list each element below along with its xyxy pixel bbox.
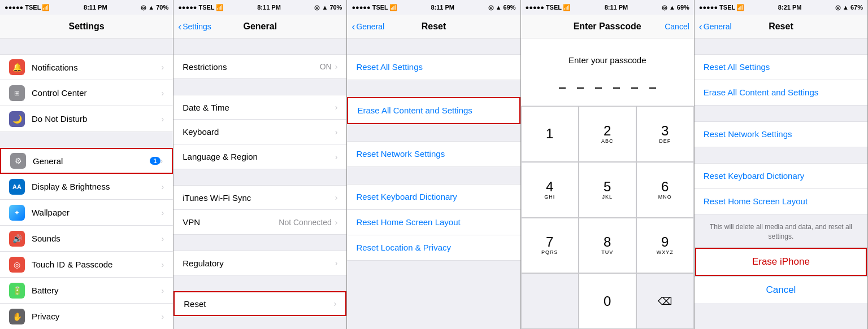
settings-item-touchid[interactable]: ◎ Touch ID & Passcode › xyxy=(0,252,173,278)
confirm-item-keyboard[interactable]: Reset Keyboard Dictionary xyxy=(695,163,867,189)
status-left-2: ●●●●● TSEL 📶 xyxy=(178,4,223,11)
erase-iphone-button[interactable]: Erase iPhone xyxy=(695,248,867,276)
general-icon: ⚙ xyxy=(10,153,26,169)
key-9[interactable]: 9 WXYZ xyxy=(636,218,694,274)
general-item-language[interactable]: Language & Region › xyxy=(173,144,346,169)
general-badge: 1 xyxy=(150,157,160,165)
panel-reset-confirm: ●●●●● TSEL 📶 8:21 PM ◎ ▲ 67% ‹ General R… xyxy=(695,0,868,329)
wifi-icon-2: 📶 xyxy=(216,4,224,11)
general-item-keyboard[interactable]: Keyboard › xyxy=(173,120,346,144)
key-0[interactable]: 0 xyxy=(579,273,636,329)
general-item-datetime[interactable]: Date & Time › xyxy=(173,95,346,120)
confirm-item-all-settings[interactable]: Reset All Settings xyxy=(695,54,867,80)
panel-general: ●●●●● TSEL 📶 8:11 PM ◎ ▲ 70% ‹ Settings … xyxy=(173,0,347,329)
carrier-4: ●●●●● TSEL xyxy=(526,4,562,11)
settings-item-sounds[interactable]: 🔊 Sounds › xyxy=(0,226,173,252)
reset-item-network[interactable]: Reset Network Settings xyxy=(347,141,520,167)
wallpaper-label: Wallpaper xyxy=(32,208,162,217)
time-1: 8:11 PM xyxy=(84,4,107,11)
settings-item-battery[interactable]: 🔋 Battery › xyxy=(0,278,173,304)
time-5: 8:21 PM xyxy=(778,4,802,11)
general-item-vpn[interactable]: VPN Not Connected › xyxy=(173,210,346,235)
chevron-notifications: › xyxy=(162,63,164,72)
key-3[interactable]: 3 DEF xyxy=(636,106,694,162)
general-label: General xyxy=(33,156,146,166)
time-2: 8:11 PM xyxy=(257,4,281,11)
nav-bar-5: ‹ General Reset xyxy=(695,15,867,38)
digit-3: 3 xyxy=(661,124,669,138)
digit-6: 6 xyxy=(661,180,669,194)
key-6[interactable]: 6 MNO xyxy=(636,162,694,218)
key-8[interactable]: 8 TUV xyxy=(579,218,636,274)
language-label: Language & Region xyxy=(183,152,335,161)
settings-item-privacy[interactable]: ✋ Privacy › xyxy=(0,304,173,329)
chevron-display: › xyxy=(162,182,164,191)
dot-2 xyxy=(577,82,584,89)
general-item-reset[interactable]: Reset › xyxy=(173,291,346,316)
confirm-item-erase-all[interactable]: Erase All Content and Settings xyxy=(695,80,867,106)
key-2[interactable]: 2 ABC xyxy=(579,106,636,162)
nav-title-4: Enter Passcode xyxy=(574,21,641,32)
signal-5: ▲ xyxy=(843,4,849,11)
reset-home-label: Reset Home Screen Layout xyxy=(356,217,460,227)
key-1[interactable]: 1 xyxy=(521,106,579,162)
status-bar-4: ●●●●● TSEL 📶 8:11 PM ◎ ▲ 69% xyxy=(521,0,694,15)
confirm-reset-all-label: Reset All Settings xyxy=(704,62,770,72)
wifi-icon-1: 📶 xyxy=(42,4,50,11)
digit-2: 2 xyxy=(604,124,611,138)
letters-2: ABC xyxy=(601,138,614,144)
key-5[interactable]: 5 JKL xyxy=(579,162,636,218)
dnd-icon: 🌙 xyxy=(9,111,25,127)
location-5: ◎ xyxy=(835,4,841,11)
settings-item-notifications[interactable]: 🔔 Notifications › xyxy=(0,54,173,80)
key-4[interactable]: 4 GHI xyxy=(521,162,579,218)
cancel-erase-button[interactable]: Cancel xyxy=(695,277,867,303)
touchid-label: Touch ID & Passcode xyxy=(32,260,162,269)
reset-item-keyboard[interactable]: Reset Keyboard Dictionary xyxy=(347,184,520,210)
chevron-keyboard: › xyxy=(335,128,338,137)
chevron-touchid: › xyxy=(162,260,164,269)
reset-item-home[interactable]: Reset Home Screen Layout xyxy=(347,210,520,235)
general-separator-1 xyxy=(173,79,346,95)
key-delete[interactable]: ⌫ xyxy=(636,273,694,329)
reset-item-erase-all[interactable]: Erase All Content and Settings xyxy=(347,97,520,124)
general-item-restrictions[interactable]: Restrictions ON › xyxy=(173,54,346,79)
back-to-settings[interactable]: ‹ Settings xyxy=(178,21,211,32)
letters-9: WXYZ xyxy=(657,249,674,255)
settings-item-display[interactable]: AA Display & Brightness › xyxy=(0,174,173,200)
itunes-label: iTunes Wi-Fi Sync xyxy=(183,193,335,203)
chevron-control: › xyxy=(162,89,164,98)
confirm-item-network[interactable]: Reset Network Settings xyxy=(695,121,867,147)
letters-7: PQRS xyxy=(541,249,558,255)
confirm-erase-all-label: Erase All Content and Settings xyxy=(704,87,818,97)
chevron-datetime: › xyxy=(335,103,338,112)
dot-6 xyxy=(649,82,656,89)
settings-item-dnd[interactable]: 🌙 Do Not Disturb › xyxy=(0,106,173,132)
back-to-general-5[interactable]: ‹ General xyxy=(699,21,732,32)
key-7[interactable]: 7 PQRS xyxy=(521,218,579,274)
back-to-general[interactable]: ‹ General xyxy=(351,21,384,32)
status-bar-5: ●●●●● TSEL 📶 8:21 PM ◎ ▲ 67% xyxy=(695,0,867,15)
chevron-dnd: › xyxy=(162,115,164,124)
dot-4 xyxy=(613,82,620,89)
digit-5: 5 xyxy=(604,180,611,194)
chevron-restrictions: › xyxy=(335,62,338,71)
settings-item-wallpaper[interactable]: ✦ Wallpaper › xyxy=(0,200,173,226)
time-4: 8:11 PM xyxy=(605,4,628,11)
reset-item-location[interactable]: Reset Location & Privacy xyxy=(347,235,520,261)
general-item-itunes[interactable]: iTunes Wi-Fi Sync › xyxy=(173,185,346,210)
location-2: ◎ xyxy=(314,4,320,11)
general-separator-top xyxy=(173,38,346,54)
letters-4: GHI xyxy=(544,194,555,200)
general-item-regulatory[interactable]: Regulatory › xyxy=(173,251,346,275)
location-icon-1: ◎ xyxy=(141,4,146,11)
confirm-item-home[interactable]: Reset Home Screen Layout xyxy=(695,189,867,214)
back-label-3: General xyxy=(356,22,384,31)
privacy-label: Privacy xyxy=(32,312,162,321)
nav-cancel-4[interactable]: Cancel xyxy=(665,22,689,31)
settings-item-general[interactable]: ⚙ General 1 › xyxy=(0,148,173,174)
reset-all-settings-label: Reset All Settings xyxy=(356,62,423,72)
wifi-icon-4: 📶 xyxy=(563,4,571,11)
settings-item-control-center[interactable]: ⊞ Control Center › xyxy=(0,80,173,106)
reset-item-all-settings[interactable]: Reset All Settings xyxy=(347,54,520,80)
